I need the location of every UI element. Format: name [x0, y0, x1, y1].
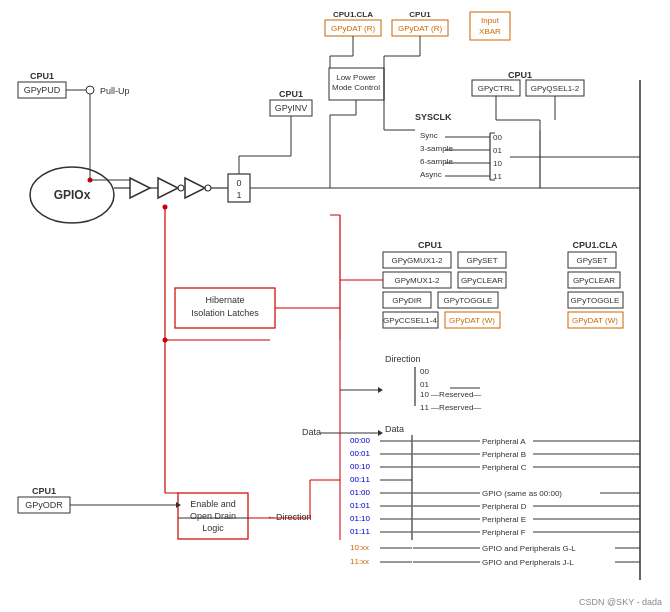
svg-rect-89: [568, 252, 616, 268]
svg-text:CPU1: CPU1: [279, 89, 303, 99]
svg-text:GPyCTRL: GPyCTRL: [478, 84, 515, 93]
svg-text:←Direction: ←Direction: [267, 512, 312, 522]
svg-point-188: [163, 205, 168, 210]
svg-text:00:01: 00:01: [350, 449, 371, 458]
svg-rect-112: [175, 288, 275, 328]
svg-text:GPIOx: GPIOx: [54, 188, 91, 202]
svg-text:GPyINV: GPyINV: [275, 103, 308, 113]
svg-text:Peripheral D: Peripheral D: [482, 502, 527, 511]
svg-text:00:11: 00:11: [350, 475, 371, 484]
svg-marker-5: [185, 178, 205, 198]
svg-text:11 —Reserved—: 11 —Reserved—: [420, 403, 481, 412]
svg-text:GPIO and Peripherals G-L: GPIO and Peripherals G-L: [482, 544, 576, 553]
svg-rect-107: [568, 312, 623, 328]
svg-text:SYSCLK: SYSCLK: [415, 112, 452, 122]
svg-text:GPySET: GPySET: [576, 256, 607, 265]
svg-text:Input: Input: [481, 16, 500, 25]
svg-point-189: [163, 338, 168, 343]
svg-text:Async: Async: [420, 170, 442, 179]
svg-rect-178: [178, 493, 248, 539]
svg-marker-2: [130, 178, 150, 198]
diagram-container: GPIOx 0 1 GPyINV CPU1: [0, 0, 670, 612]
svg-point-6: [205, 185, 211, 191]
svg-text:00: 00: [493, 133, 502, 142]
svg-rect-99: [438, 292, 498, 308]
svg-text:Peripheral A: Peripheral A: [482, 437, 526, 446]
svg-text:Open Drain: Open Drain: [190, 511, 236, 521]
svg-text:GPyDAT (W): GPyDAT (W): [449, 316, 495, 325]
svg-text:Data: Data: [302, 427, 321, 437]
svg-marker-192: [378, 387, 383, 393]
svg-text:CPU1: CPU1: [32, 486, 56, 496]
svg-point-0: [30, 167, 114, 223]
svg-text:01:11: 01:11: [350, 527, 371, 536]
svg-text:CPU1: CPU1: [409, 10, 431, 19]
svg-text:GPyODR: GPyODR: [25, 500, 63, 510]
svg-rect-76: [526, 80, 584, 96]
svg-text:GPIO (same as 00:00): GPIO (same as 00:00): [482, 489, 562, 498]
svg-text:10 —Reserved—: 10 —Reserved—: [420, 390, 481, 399]
svg-text:GPyTOGGLE: GPyTOGGLE: [571, 296, 620, 305]
svg-rect-105: [445, 312, 500, 328]
svg-text:01: 01: [420, 380, 429, 389]
svg-text:CPU1.CLA: CPU1.CLA: [572, 240, 618, 250]
svg-text:Peripheral F: Peripheral F: [482, 528, 526, 537]
svg-point-23: [86, 86, 94, 94]
svg-rect-31: [329, 68, 384, 100]
svg-text:GPyDAT (W): GPyDAT (W): [572, 316, 618, 325]
svg-text:01:00: 01:00: [350, 488, 371, 497]
svg-rect-97: [383, 292, 431, 308]
svg-rect-20: [18, 82, 66, 98]
svg-marker-185: [176, 502, 181, 508]
svg-text:CPU1: CPU1: [418, 240, 442, 250]
svg-text:01:01: 01:01: [350, 501, 371, 510]
svg-rect-14: [270, 100, 312, 116]
svg-rect-37: [325, 20, 381, 36]
svg-text:6-sample: 6-sample: [420, 157, 453, 166]
svg-text:XBAR: XBAR: [479, 27, 501, 36]
svg-text:0: 0: [236, 178, 241, 188]
svg-text:CPU1: CPU1: [508, 70, 532, 80]
svg-text:Data: Data: [385, 424, 404, 434]
svg-text:GPyMUX1-2: GPyMUX1-2: [395, 276, 440, 285]
svg-text:GPyCCSEL1-4: GPyCCSEL1-4: [383, 316, 437, 325]
svg-text:00:10: 00:10: [350, 462, 371, 471]
svg-text:10:xx: 10:xx: [350, 543, 369, 552]
svg-text:Isolation Latches: Isolation Latches: [191, 308, 259, 318]
svg-text:Peripheral B: Peripheral B: [482, 450, 526, 459]
svg-rect-74: [472, 80, 520, 96]
svg-rect-101: [568, 292, 623, 308]
svg-text:3-sample: 3-sample: [420, 144, 453, 153]
svg-rect-103: [383, 312, 438, 328]
svg-rect-175: [18, 497, 70, 513]
svg-text:Hibernate: Hibernate: [205, 295, 244, 305]
svg-text:Direction: Direction: [385, 354, 421, 364]
svg-text:Pull-Up: Pull-Up: [100, 86, 130, 96]
svg-text:Low Power: Low Power: [336, 73, 376, 82]
svg-text:11:xx: 11:xx: [350, 557, 369, 566]
svg-text:CPU1: CPU1: [30, 71, 54, 81]
svg-text:Peripheral C: Peripheral C: [482, 463, 527, 472]
svg-text:GPyQSEL1-2: GPyQSEL1-2: [531, 84, 580, 93]
svg-marker-3: [158, 178, 178, 198]
svg-text:10: 10: [493, 159, 502, 168]
svg-text:01: 01: [493, 146, 502, 155]
svg-text:Logic: Logic: [202, 523, 224, 533]
svg-text:CPU1.CLA: CPU1.CLA: [333, 10, 373, 19]
svg-text:GPyCLEAR: GPyCLEAR: [573, 276, 615, 285]
svg-text:Peripheral E: Peripheral E: [482, 515, 526, 524]
svg-text:GPyDAT (R): GPyDAT (R): [398, 24, 442, 33]
diagram-svg: GPIOx 0 1 GPyINV CPU1: [0, 0, 670, 612]
svg-rect-85: [383, 252, 451, 268]
svg-text:GPIO and Peripherals J-L: GPIO and Peripherals J-L: [482, 558, 574, 567]
svg-text:Sync: Sync: [420, 131, 438, 140]
svg-point-4: [178, 185, 184, 191]
svg-rect-87: [458, 252, 506, 268]
svg-rect-10: [228, 174, 250, 202]
svg-text:Mode Control: Mode Control: [332, 83, 380, 92]
svg-rect-43: [392, 20, 448, 36]
svg-text:Enable and: Enable and: [190, 499, 236, 509]
svg-text:00:00: 00:00: [350, 436, 371, 445]
svg-text:GPyCLEAR: GPyCLEAR: [461, 276, 503, 285]
svg-text:GPyDAT (R): GPyDAT (R): [331, 24, 375, 33]
